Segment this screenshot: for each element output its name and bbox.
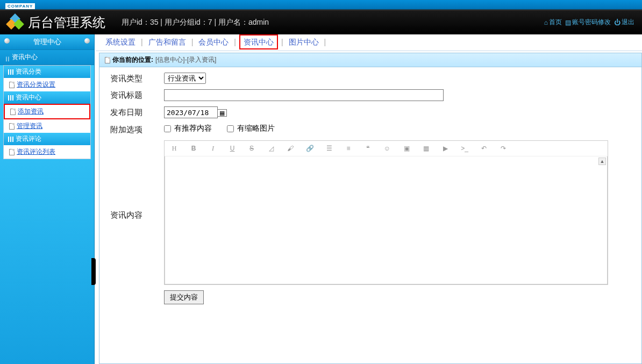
label-title: 资讯标题 [110, 89, 164, 101]
editor-toolbar: H B I U S ◿ 🖌 🔗 ☰ ≡ ❝ [165, 141, 608, 156]
rich-editor: H B I U S ◿ 🖌 🔗 ☰ ≡ ❝ [164, 140, 608, 285]
bold-icon[interactable]: B [189, 144, 198, 153]
checkbox-recommend[interactable] [164, 125, 171, 132]
checkbox-thumb-label[interactable]: 有缩略图片 [227, 124, 275, 133]
emoji-icon[interactable]: ☺ [383, 144, 391, 153]
sidebar-item[interactable]: 资讯分类设置 [4, 78, 90, 91]
doc-icon [9, 82, 15, 88]
underline-icon[interactable]: U [228, 144, 237, 153]
header: 后台管理系统 用户id：35 | 用户分组id：7 | 用户名：admin ⌂首… [0, 10, 642, 34]
sidebar-item[interactable]: 管理资讯 [4, 119, 90, 133]
submit-button[interactable]: 提交内容 [164, 290, 204, 304]
doc-icon [10, 109, 16, 115]
label-type: 资讯类型 [110, 73, 164, 84]
undo-icon[interactable]: ↶ [480, 144, 488, 153]
code-icon[interactable]: >_ [460, 144, 469, 153]
app-title: 后台管理系统 [28, 14, 105, 31]
sidebar-item[interactable]: 资讯评论列表 [4, 145, 90, 159]
doc-icon: ▤ [565, 19, 571, 26]
logout-link[interactable]: ⏻退出 [614, 18, 634, 27]
editor-textarea[interactable]: ▲ [165, 156, 608, 284]
nav-tab[interactable]: 图片中心 [287, 37, 321, 47]
doc-icon [9, 123, 15, 130]
table-icon[interactable]: ▦ [422, 144, 430, 153]
sidebar-group-head: 资讯分类 [4, 66, 90, 78]
home-link[interactable]: ⌂首页 [544, 18, 562, 27]
user-info: 用户id：35 | 用户分组id：7 | 用户名：admin [122, 18, 269, 27]
row-type: 资讯类型 行业资讯 [110, 73, 631, 84]
checkbox-recommend-label[interactable]: 有推荐内容 [164, 124, 212, 133]
calendar-icon[interactable]: ▦ [217, 109, 227, 117]
sidebar: 管理中心 ⁞⁞ 资讯中心 资讯分类资讯分类设置资讯中心添加资讯管理资讯资讯评论资… [0, 34, 95, 364]
input-date[interactable] [164, 106, 218, 118]
sidebar-item[interactable]: 添加资讯 [4, 104, 90, 119]
row-submit: 提交内容 [110, 290, 631, 304]
nav-tab[interactable]: 广告和留言 [146, 37, 188, 47]
label-content: 资讯内容 [110, 140, 164, 220]
top-nav: 系统设置|广告和留言|会员中心|资讯中心|图片中心| [96, 34, 642, 51]
breadcrumb: 你当前的位置: [信息中心]-[录入资讯] [99, 53, 641, 67]
row-title: 资讯标题 [110, 89, 631, 101]
label-date: 发布日期 [110, 106, 164, 118]
password-link[interactable]: ▤账号密码修改 [565, 18, 611, 27]
logo-icon [8, 15, 23, 30]
home-icon: ⌂ [544, 19, 548, 26]
nav-separator: | [281, 38, 283, 46]
sidebar-top-tab[interactable]: 管理中心 [0, 34, 94, 50]
header-links: ⌂首页 ▤账号密码修改 ⏻退出 [544, 18, 634, 27]
checkbox-thumb[interactable] [227, 125, 234, 132]
bars-icon [8, 137, 13, 142]
content-area: 系统设置|广告和留言|会员中心|资讯中心|图片中心| 你当前的位置: [信息中心… [95, 34, 642, 364]
row-content: 资讯内容 H B I U S ◿ 🖌 🔗 [110, 140, 631, 285]
scroll-up-icon[interactable]: ▲ [598, 158, 606, 165]
nav-tab[interactable]: 资讯中心 [239, 34, 278, 49]
sidebar-section-title: ⁞⁞ 资讯中心 [0, 50, 94, 65]
page-icon [105, 57, 110, 63]
bars-icon [8, 69, 13, 75]
redo-icon[interactable]: ↷ [499, 144, 508, 153]
sidebar-link[interactable]: 资讯评论列表 [17, 147, 55, 156]
company-badge: COMPANY [5, 3, 35, 9]
sidebar-link[interactable]: 添加资讯 [18, 107, 44, 116]
link-icon[interactable]: 🔗 [305, 144, 314, 153]
image-icon[interactable]: ▣ [402, 144, 411, 153]
nav-separator: | [191, 38, 194, 46]
sidebar-group-head: 资讯中心 [4, 91, 90, 104]
form-area: 资讯类型 行业资讯 资讯标题 发布日期 ▦ [99, 67, 641, 315]
sidebar-link[interactable]: 资讯分类设置 [17, 80, 55, 89]
list-icon[interactable]: ☰ [325, 144, 333, 153]
nav-tab[interactable]: 系统设置 [103, 37, 138, 47]
row-date: 发布日期 ▦ [110, 106, 631, 118]
eraser-icon[interactable]: ◿ [267, 144, 275, 153]
nav-tab[interactable]: 会员中心 [196, 37, 231, 47]
nav-separator: | [141, 38, 143, 46]
heading-icon[interactable]: H [170, 144, 179, 153]
grid-icon: ⁞⁞ [5, 55, 10, 60]
top-banner: COMPANY [0, 0, 642, 10]
power-icon: ⏻ [614, 19, 620, 26]
nav-separator: | [234, 38, 236, 46]
bars-icon [8, 95, 13, 101]
indent-icon[interactable]: ≡ [344, 144, 353, 153]
italic-icon[interactable]: I [209, 144, 217, 153]
quote-icon[interactable]: ❝ [363, 144, 372, 153]
input-title[interactable] [164, 89, 444, 101]
video-icon[interactable]: ▶ [441, 144, 450, 153]
sidebar-link[interactable]: 管理资讯 [17, 122, 42, 131]
label-extras: 附加选项 [110, 124, 164, 135]
row-extras: 附加选项 有推荐内容 有缩略图片 [110, 124, 631, 135]
content-body: 你当前的位置: [信息中心]-[录入资讯] 资讯类型 行业资讯 资讯标题 [99, 53, 642, 364]
sidebar-group-head: 资讯评论 [4, 133, 90, 145]
nav-separator: | [324, 38, 326, 46]
brush-icon[interactable]: 🖌 [286, 144, 295, 153]
select-type[interactable]: 行业资讯 [164, 73, 206, 84]
strike-icon[interactable]: S [247, 144, 256, 153]
doc-icon [9, 149, 15, 155]
sidebar-collapse-handle[interactable] [91, 258, 96, 285]
